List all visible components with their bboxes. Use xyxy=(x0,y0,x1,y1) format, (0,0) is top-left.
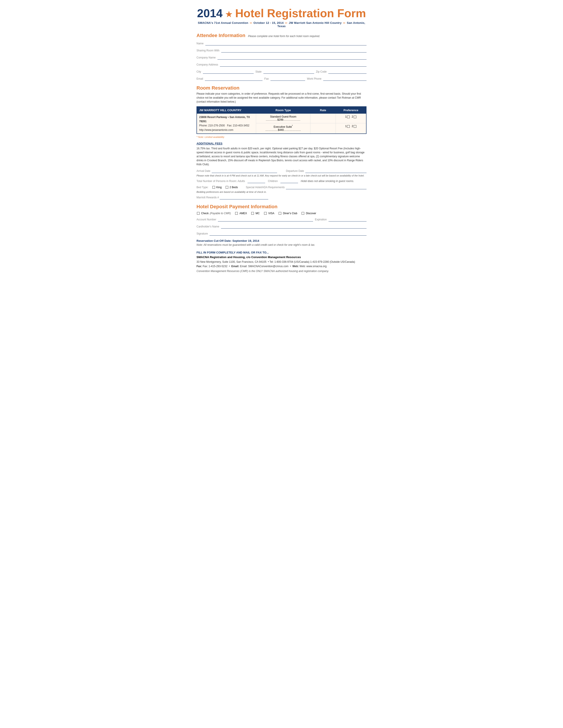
address-label: Company Address xyxy=(196,63,218,67)
executive-room-cell: Executive Suite* .............$440......… xyxy=(256,123,311,134)
visa-label: VISA xyxy=(268,212,274,215)
company-label: Company Name xyxy=(196,56,216,60)
standard-pref1-checkbox[interactable] xyxy=(347,116,350,118)
departure-label: Departure Date xyxy=(286,169,304,173)
diners-checkbox[interactable] xyxy=(278,212,281,215)
workphone-label: Work Phone xyxy=(307,77,322,81)
amex-option: AMEX xyxy=(235,212,247,215)
sharing-input[interactable] xyxy=(221,49,367,53)
fax-label: Fax xyxy=(264,77,269,81)
children-input[interactable] xyxy=(280,179,298,183)
additional-fees-section: ADDITIONAL FEES 16.75% tax. Third and fo… xyxy=(196,142,367,199)
form-title: Hotel Registration Form xyxy=(235,7,366,20)
cutoff-heading: Reservation Cut-Off Date: September 19, … xyxy=(196,239,367,242)
mail-org: SMACNA Registration and Housing, c/o Con… xyxy=(196,255,367,259)
limited-note: * Note: Limited availability xyxy=(196,136,367,138)
payment-section: Hotel Deposit Payment Information Check … xyxy=(196,204,367,236)
king-checkbox[interactable] xyxy=(212,186,215,189)
attendee-heading-row: Attendee Information Please complete one… xyxy=(196,33,367,39)
email-input[interactable] xyxy=(205,77,262,81)
zip-label: Zip Code xyxy=(316,70,327,74)
two-beds-option: 2 Beds xyxy=(225,186,238,189)
fees-text: 16.75% tax. Third and fourth adults in r… xyxy=(196,146,367,166)
executive-pref1-checkbox[interactable] xyxy=(347,125,350,128)
discover-label: Discover xyxy=(306,212,316,215)
marriott-input[interactable] xyxy=(220,195,268,199)
arrival-input[interactable] xyxy=(212,169,277,173)
persons-row: Total Number of Persons in Room: Adults … xyxy=(196,179,367,183)
roomtype-col-header: Room Type xyxy=(256,107,311,114)
executive-pref-cell: 1 2 xyxy=(336,123,366,134)
year-label: 2014 xyxy=(197,7,223,20)
bedding-note: Bedding preferences are based on availab… xyxy=(196,191,367,193)
workphone-input[interactable] xyxy=(323,77,367,81)
visa-checkbox[interactable] xyxy=(264,212,267,215)
email-fax-phone-row: Email Fax Work Phone xyxy=(196,77,367,81)
signature-row: Signature xyxy=(196,232,367,236)
company-row: Company Name xyxy=(196,56,367,60)
hotel-address-line1: 23808 Resort Parkway • San Antonio, TX 7… xyxy=(199,115,254,124)
signature-label: Signature xyxy=(196,232,208,236)
amex-label: AMEX xyxy=(239,212,247,215)
discover-checkbox[interactable] xyxy=(302,212,304,215)
standard-room-cell: Standard Guest Room ............$299....… xyxy=(256,114,311,123)
diners-label: Diner's Club xyxy=(283,212,297,215)
attendee-note: Please complete one hotel form for each … xyxy=(248,35,320,38)
address-input[interactable] xyxy=(220,63,367,67)
bed-type-label: Bed Type: xyxy=(196,186,208,189)
executive-pref2-checkbox[interactable] xyxy=(354,125,356,128)
king-label: King xyxy=(216,186,222,189)
web-bold: Web: xyxy=(292,265,299,268)
amex-checkbox[interactable] xyxy=(235,212,238,215)
expiration-input[interactable] xyxy=(329,218,367,221)
account-row: Account Number Expiration xyxy=(196,218,367,221)
children-label: Children xyxy=(268,180,278,183)
expiration-label: Expiration xyxy=(315,218,327,221)
departure-input[interactable] xyxy=(305,169,367,173)
account-label: Account Number xyxy=(196,218,216,221)
mc-checkbox[interactable] xyxy=(251,212,254,215)
check-label: Check xyxy=(201,212,209,215)
city-label: City xyxy=(196,70,201,74)
email-label: Email xyxy=(196,77,203,81)
mail-footer: Convention Management Resources (CMR) is… xyxy=(196,270,367,273)
sharing-label: Sharing Room With xyxy=(196,49,219,53)
attendee-section: Attendee Information Please complete one… xyxy=(196,33,367,81)
visa-option: VISA xyxy=(263,212,274,215)
rate-col-header: Rate xyxy=(311,107,336,114)
fax-input[interactable] xyxy=(270,77,305,81)
city-input[interactable] xyxy=(203,70,254,74)
zip-input[interactable] xyxy=(328,70,367,74)
signature-input[interactable] xyxy=(209,232,367,236)
fax-bold: Fax: xyxy=(196,265,202,268)
bed-type-row: Bed Type: King 2 Beds Special Hotel/ADA … xyxy=(196,185,367,189)
convention-info: SMACNA's 71st Annual Convention •• Octob… xyxy=(196,21,367,28)
persons-label: Total Number of Persons in Room: Adults xyxy=(196,180,245,183)
company-input[interactable] xyxy=(217,56,367,60)
hotel-website: http://www.jwsanantonio.com xyxy=(199,128,254,132)
standard-pref2-checkbox[interactable] xyxy=(354,116,356,118)
hotel-info-row: 23808 Resort Parkway • San Antonio, TX 7… xyxy=(197,114,366,123)
hotel-col-header: JW MARRIOTT HILL COUNTRY xyxy=(197,107,256,114)
name-row: Name xyxy=(196,41,367,45)
account-input[interactable] xyxy=(218,218,313,221)
address-row: Company Address xyxy=(196,63,367,67)
cardholder-input[interactable] xyxy=(221,225,367,229)
mail-section: FILL IN FORM COMPLETELY AND MAIL OR FAX … xyxy=(196,251,367,273)
special-input[interactable] xyxy=(286,185,367,189)
room-reservation-desc: Please indicate your room categories, in… xyxy=(196,92,367,104)
special-label: Special Hotel/ADA Requirements xyxy=(246,186,285,189)
state-input[interactable] xyxy=(263,70,314,74)
arrival-departure-row: Arrival Date Departure Date xyxy=(196,169,367,173)
two-beds-checkbox[interactable] xyxy=(226,186,228,189)
adults-input[interactable] xyxy=(247,179,265,183)
name-input[interactable] xyxy=(205,41,367,45)
standard-rate-cell xyxy=(311,114,336,123)
executive-rate-cell xyxy=(311,123,336,134)
two-beds-label: 2 Beds xyxy=(229,186,238,189)
check-checkbox[interactable] xyxy=(197,212,199,215)
cutoff-section: Reservation Cut-Off Date: September 19, … xyxy=(196,239,367,246)
check-option: Check (Payable to CMR) xyxy=(196,212,231,215)
mail-address: 33 New Montgomery, Suite 1100, San Franc… xyxy=(196,260,367,269)
page-header: 2014 ★ Hotel Registration Form xyxy=(196,7,367,20)
